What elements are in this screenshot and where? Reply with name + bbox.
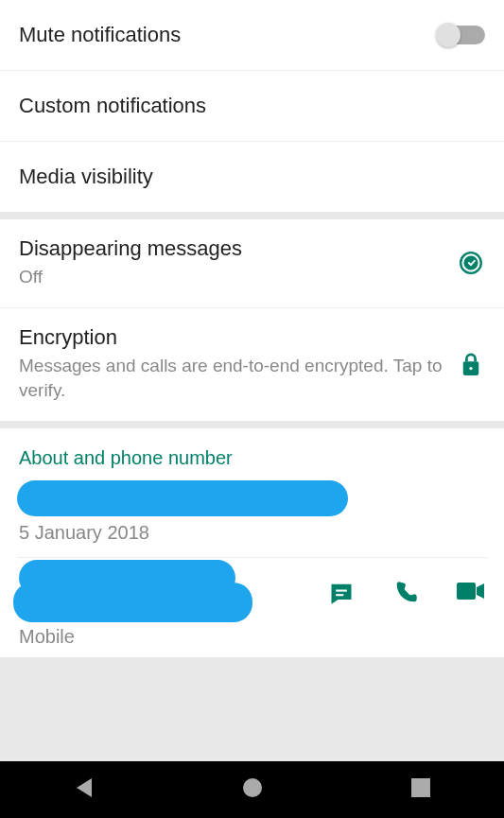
phone-label: Mobile	[0, 626, 504, 648]
svg-rect-6	[457, 583, 476, 600]
svg-rect-5	[336, 594, 343, 596]
lock-icon	[457, 352, 485, 376]
svg-point-7	[243, 778, 262, 797]
about-header: About and phone number	[0, 428, 504, 477]
encryption-label: Encryption	[19, 325, 457, 350]
mute-label: Mute notifications	[19, 23, 438, 47]
redacted-status	[17, 480, 348, 516]
message-icon[interactable]	[328, 580, 355, 610]
privacy-section: Disappearing messages Off Encryption Mes…	[0, 219, 504, 421]
nav-recent-icon[interactable]	[411, 778, 430, 801]
nav-home-icon[interactable]	[242, 777, 263, 802]
encryption-desc: Messages and calls are end-to-end encryp…	[19, 354, 457, 404]
mute-toggle[interactable]	[438, 26, 485, 44]
custom-label: Custom notifications	[19, 94, 485, 118]
media-label: Media visibility	[19, 165, 485, 189]
mute-notifications-row[interactable]: Mute notifications	[0, 0, 504, 71]
disappearing-label: Disappearing messages	[19, 236, 457, 261]
redacted-phone-2	[13, 583, 252, 622]
timer-icon	[457, 251, 485, 275]
phone-icon[interactable]	[392, 580, 419, 610]
disappearing-messages-row[interactable]: Disappearing messages Off	[0, 219, 504, 308]
toggle-knob	[436, 23, 461, 47]
svg-point-3	[469, 367, 472, 370]
svg-rect-8	[411, 778, 430, 797]
svg-rect-4	[336, 589, 347, 591]
svg-point-1	[463, 256, 478, 270]
custom-notifications-row[interactable]: Custom notifications	[0, 71, 504, 142]
encryption-row[interactable]: Encryption Messages and calls are end-to…	[0, 308, 504, 421]
video-icon[interactable]	[457, 580, 485, 610]
about-date: 5 January 2018	[0, 522, 504, 544]
notifications-section: Mute notifications Custom notifications …	[0, 0, 504, 212]
media-visibility-row[interactable]: Media visibility	[0, 142, 504, 212]
disappearing-status: Off	[19, 265, 457, 290]
about-section: About and phone number 5 January 2018 Mo…	[0, 428, 504, 657]
nav-back-icon[interactable]	[74, 776, 95, 803]
android-nav-bar	[0, 761, 504, 818]
divider	[17, 557, 487, 558]
